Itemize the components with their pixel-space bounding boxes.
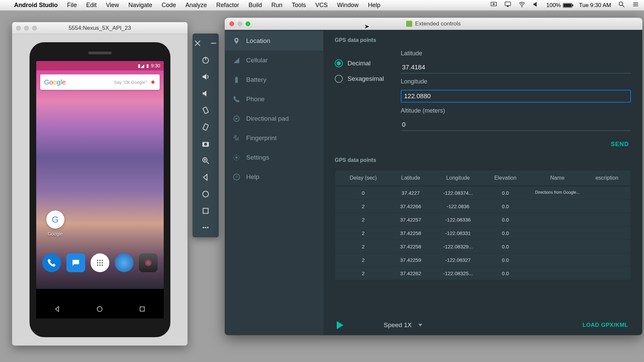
altitude-input[interactable] <box>401 119 631 131</box>
svg-point-26 <box>204 143 207 146</box>
menu-code[interactable]: Code <box>162 2 176 9</box>
svg-point-17 <box>102 264 103 266</box>
phone-speaker <box>88 52 112 54</box>
toolbar-more-icon[interactable] <box>201 223 211 233</box>
extended-controls-window: Extended controls Location Cellular Batt… <box>225 17 642 335</box>
category-label: Location <box>246 37 270 45</box>
speed-label: Speed 1X <box>384 321 412 329</box>
category-sidebar: Location Cellular Battery Phone Directio… <box>225 30 323 335</box>
search-hint: Say "Ok Google" <box>66 80 147 85</box>
toolbar-minimize-icon[interactable] <box>209 38 219 48</box>
play-button[interactable] <box>337 321 343 329</box>
col-name: Name <box>528 175 587 181</box>
toolbar-home-icon[interactable] <box>201 189 211 199</box>
dock <box>36 250 164 276</box>
svg-line-28 <box>207 162 209 164</box>
toolbar-screenshot-icon[interactable] <box>201 139 211 149</box>
mic-icon[interactable] <box>150 79 156 85</box>
nav-back-icon[interactable] <box>54 305 61 313</box>
svg-point-39 <box>235 118 237 120</box>
col-delay: Delay (sec) <box>338 175 388 181</box>
menu-vcs[interactable]: VCS <box>315 2 328 9</box>
category-phone[interactable]: Phone <box>225 89 323 109</box>
category-fingerprint[interactable]: Fingerprint <box>225 128 323 148</box>
emulator-title: 5554:Nexus_5X_API_23 <box>12 25 187 32</box>
category-settings[interactable]: Settings <box>225 148 323 167</box>
load-gpx-button[interactable]: LOAD GPX/KML <box>583 322 628 328</box>
radio-decimal[interactable]: Decimal <box>335 59 384 67</box>
category-dpad[interactable]: Directional pad <box>225 109 323 128</box>
google-app-icon[interactable]: G <box>46 210 64 229</box>
phone-screen[interactable]: ▮◢ ▮ 9:30 Google Say "Ok Google" G Googl… <box>36 61 164 318</box>
svg-point-14 <box>102 262 103 263</box>
camera-app-icon[interactable] <box>139 253 158 272</box>
nav-home-icon[interactable] <box>96 305 103 313</box>
screencast-icon[interactable] <box>490 1 497 10</box>
nav-recent-icon[interactable] <box>139 305 146 313</box>
menu-help[interactable]: Help <box>368 2 380 9</box>
notification-center-icon[interactable] <box>632 1 639 10</box>
svg-line-5 <box>623 5 625 7</box>
toolbar-zoom-icon[interactable] <box>201 156 211 166</box>
apps-drawer-icon[interactable] <box>91 253 109 272</box>
menu-edit[interactable]: Edit <box>86 2 97 9</box>
category-cellular[interactable]: Cellular <box>225 51 323 70</box>
toolbar-volume-down-icon[interactable] <box>201 88 211 99</box>
section-title: GPS data points <box>335 37 631 43</box>
table-row[interactable]: 237.42257-122.083360.0 <box>335 213 631 227</box>
svg-point-34 <box>205 227 206 228</box>
col-lat: Latitude <box>388 175 433 181</box>
spotlight-icon[interactable] <box>618 1 625 10</box>
menu-navigate[interactable]: Navigate <box>128 2 152 9</box>
speed-select[interactable]: Speed 1X <box>384 321 422 329</box>
table-row[interactable]: 237.42259-122.083270.0 <box>335 253 631 267</box>
menu-analyze[interactable]: Analyze <box>185 2 207 9</box>
google-app-label: Google <box>43 231 68 237</box>
menu-tools[interactable]: Tools <box>292 2 306 9</box>
toolbar-close-icon[interactable] <box>193 38 203 48</box>
table-row[interactable]: 237.42258-122.08329...0.0 <box>335 240 631 253</box>
toolbar-volume-up-icon[interactable] <box>201 72 211 82</box>
radio-sexagesimal[interactable]: Sexagesimal <box>335 75 384 83</box>
send-button[interactable]: SEND <box>611 141 629 148</box>
svg-point-40 <box>235 157 237 159</box>
menubar-clock[interactable]: Tue 9:30 AM <box>579 2 611 9</box>
volume-icon[interactable] <box>532 1 540 10</box>
emulator-titlebar[interactable]: 5554:Nexus_5X_API_23 <box>12 22 187 34</box>
toolbar-power-icon[interactable] <box>201 55 211 65</box>
svg-rect-1 <box>493 3 495 5</box>
toolbar-rotate-left-icon[interactable] <box>201 105 211 115</box>
menu-view[interactable]: View <box>106 2 119 9</box>
toolbar-back-icon[interactable] <box>201 172 211 182</box>
menu-file[interactable]: File <box>67 2 77 9</box>
extended-titlebar[interactable]: Extended controls <box>225 18 642 30</box>
airplay-icon[interactable] <box>504 1 512 10</box>
toolbar-rotate-right-icon[interactable] <box>201 122 211 132</box>
latitude-input[interactable] <box>401 62 631 73</box>
category-help[interactable]: ?Help <box>225 167 323 187</box>
table-row[interactable]: 237.42258-122.083310.0 <box>335 227 631 240</box>
menu-run[interactable]: Run <box>271 2 282 9</box>
google-search-bar[interactable]: Google Say "Ok Google" <box>40 74 160 90</box>
menu-build[interactable]: Build <box>249 2 262 9</box>
browser-app-icon[interactable] <box>115 253 133 272</box>
table-row[interactable]: 237.42266-122.08360.0 <box>335 200 631 213</box>
app-name[interactable]: Android Studio <box>14 2 58 9</box>
table-header: Delay (sec) Latitude Longitude Elevation… <box>335 170 631 186</box>
menu-refactor[interactable]: Refactor <box>216 2 239 9</box>
longitude-input[interactable] <box>401 90 631 103</box>
table-row[interactable]: 237.42262-122.08325...0.0 <box>335 267 631 280</box>
category-battery[interactable]: Battery <box>225 70 323 89</box>
col-lon: Longitude <box>433 175 483 181</box>
menu-window[interactable]: Window <box>337 2 359 9</box>
toolbar-overview-icon[interactable] <box>201 206 211 216</box>
table-row[interactable]: 037.4227-122.08374...0.0Directions from … <box>335 186 631 200</box>
phone-app-icon[interactable] <box>42 253 61 272</box>
wifi-icon[interactable] <box>518 1 526 10</box>
category-location[interactable]: Location <box>225 31 323 51</box>
longitude-label: Longitude <box>401 78 631 85</box>
android-status-bar: ▮◢ ▮ 9:30 <box>36 61 164 70</box>
category-label: Fingerprint <box>246 134 277 142</box>
messages-app-icon[interactable] <box>66 253 85 272</box>
battery-indicator[interactable]: 100% <box>546 2 572 9</box>
